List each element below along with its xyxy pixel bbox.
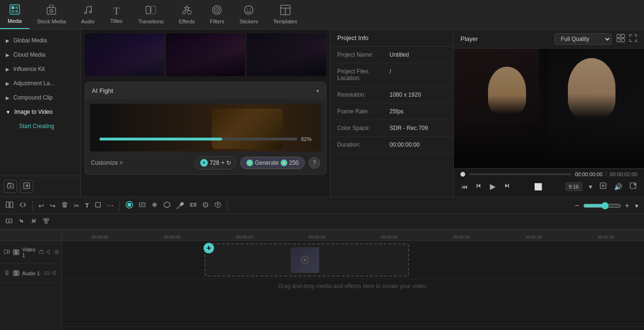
- color-button[interactable]: [200, 200, 211, 211]
- nav-item-templates[interactable]: Templates: [266, 0, 305, 29]
- pip-button[interactable]: [629, 181, 637, 191]
- nav-item-titles[interactable]: T Titles: [102, 0, 131, 29]
- sidebar-item-influence[interactable]: ▶ Influence Kit: [0, 62, 80, 76]
- sidebar-item-adjustment[interactable]: ▶ Adjustment La...: [0, 76, 80, 90]
- transitions-icon: [146, 5, 156, 17]
- media-thumb-2[interactable]: [166, 33, 245, 76]
- nav-item-stock[interactable]: Stock Media: [29, 0, 74, 29]
- mask-button[interactable]: [162, 200, 172, 211]
- sidebar-item-cloud[interactable]: ▶ Cloud Media: [0, 48, 80, 62]
- sidebar-item-global[interactable]: ▶ Global Media: [0, 33, 80, 48]
- nav-item-filters[interactable]: Filters: [202, 0, 232, 29]
- text-button[interactable]: T: [83, 200, 91, 211]
- svg-rect-9: [146, 6, 150, 14]
- ai-generate-credits-icon: ⚡: [281, 160, 287, 166]
- stickers-icon: [244, 5, 254, 17]
- add-track-button[interactable]: [4, 216, 14, 228]
- ai-help-button[interactable]: ?: [309, 157, 320, 169]
- ruler-mark-4: 00:00:20: [353, 235, 425, 240]
- fullscreen-button[interactable]: ⬜: [533, 182, 543, 191]
- sidebar-list: ▶ Global Media ▶ Cloud Media ▶ Influence…: [0, 30, 80, 176]
- info-row-framerate: Frame Rate: 25fps: [331, 103, 453, 120]
- undo-button[interactable]: ↩: [37, 200, 46, 211]
- nav-item-effects[interactable]: Effects: [171, 0, 202, 29]
- redo-button[interactable]: ↪: [48, 200, 58, 211]
- nav-item-audio[interactable]: Audio: [74, 0, 102, 29]
- delete-button[interactable]: [59, 200, 70, 211]
- info-label-name: Project Name:: [337, 51, 390, 58]
- grid-view-icon[interactable]: [616, 34, 625, 44]
- nav-item-stickers[interactable]: Stickers: [232, 0, 265, 29]
- media-thumb-1[interactable]: [85, 33, 164, 76]
- import-button[interactable]: [20, 180, 33, 193]
- clip-add-button[interactable]: +: [204, 243, 214, 253]
- add-to-track-button[interactable]: [39, 249, 44, 256]
- eye-button[interactable]: [54, 249, 59, 256]
- content-area: AI Fight ▾ 62% Customi: [81, 30, 330, 197]
- fullscreen-icon[interactable]: [629, 34, 637, 44]
- sidebar-item-compound[interactable]: ▶ Compound Clip: [0, 90, 80, 105]
- motion-button[interactable]: [137, 200, 147, 211]
- cut-button[interactable]: ✂: [72, 200, 81, 211]
- sidebar-item-image2video[interactable]: ▼ Image to Video: [0, 105, 80, 119]
- zoom-out-button[interactable]: −: [573, 200, 581, 212]
- audio-mute-button[interactable]: [52, 270, 58, 277]
- skip-back-button[interactable]: ⏮: [460, 182, 469, 191]
- ruler-mark-5: 00:00:25: [425, 235, 498, 240]
- add-folder-button[interactable]: [4, 180, 17, 193]
- svg-point-15: [216, 10, 218, 11]
- stock-icon: [46, 5, 57, 17]
- time-separator: /: [605, 171, 607, 177]
- voiceover-button[interactable]: 🎤: [174, 200, 186, 211]
- more-button[interactable]: ⋯: [105, 200, 116, 211]
- zoom-in-button[interactable]: +: [623, 200, 631, 212]
- svg-point-17: [247, 9, 248, 10]
- ruler-mark-2: 00:00:10: [208, 235, 281, 240]
- svg-rect-36: [139, 203, 145, 207]
- ai-panel-header[interactable]: AI Fight ▾: [85, 82, 326, 99]
- frame-forward-button[interactable]: [502, 181, 511, 191]
- control-group-right: 9:16 ▾ 🔊: [566, 181, 637, 191]
- timeline-main[interactable]: 00:00:00 00:00:05 00:00:10 00:00:15 00:0…: [62, 230, 644, 330]
- fps-display[interactable]: 9:16: [566, 182, 582, 191]
- progress-track[interactable]: [469, 173, 571, 175]
- volume-button[interactable]: 🔊: [613, 182, 623, 191]
- audio-split-button[interactable]: [188, 200, 198, 211]
- group-button[interactable]: [41, 216, 51, 228]
- audio-add-button[interactable]: [44, 270, 50, 277]
- player-quality-select[interactable]: Full Quality Half Quality Quarter Qualit…: [555, 33, 612, 45]
- scene-split-button[interactable]: [4, 199, 15, 212]
- zoom-more-button[interactable]: ▾: [633, 200, 640, 211]
- play-button[interactable]: ▶: [489, 181, 497, 192]
- info-row-name: Project Name: Untitled: [331, 47, 453, 63]
- stabilize-button[interactable]: [213, 200, 223, 211]
- unlink-button[interactable]: [29, 216, 39, 228]
- svg-rect-42: [47, 219, 49, 220]
- playhead-dot[interactable]: [460, 172, 465, 177]
- link-button[interactable]: [16, 216, 27, 228]
- frame-back-button[interactable]: [475, 181, 483, 191]
- svg-rect-24: [621, 34, 624, 38]
- zoom-slider[interactable]: [583, 202, 621, 210]
- record-button[interactable]: [124, 199, 135, 212]
- media-thumb-3[interactable]: [247, 33, 326, 76]
- video-drop-zone[interactable]: [205, 243, 409, 277]
- nav-item-media[interactable]: Media: [0, 0, 29, 29]
- right-panels: Project Info Project Name: Untitled Proj…: [330, 30, 644, 197]
- export-button[interactable]: [599, 181, 607, 191]
- crop-button[interactable]: [93, 200, 103, 211]
- nav-item-transitions[interactable]: Transitions: [131, 0, 171, 29]
- ai-generate-button[interactable]: ⚡ Generate ⚡ 250: [240, 157, 305, 169]
- ai-customize-link[interactable]: Customize >: [91, 160, 123, 166]
- svg-rect-44: [4, 250, 8, 254]
- ai-credits-button[interactable]: + 728 + ↻: [195, 156, 236, 170]
- left-sidebar: ▶ Global Media ▶ Cloud Media ▶ Influence…: [0, 30, 81, 197]
- nav-templates-label: Templates: [273, 19, 297, 24]
- mute-video-button[interactable]: [46, 249, 52, 256]
- audio-track: [62, 304, 644, 327]
- sidebar-start-creating[interactable]: Start Creating: [13, 119, 80, 133]
- fps-dropdown-button[interactable]: ▾: [588, 182, 593, 191]
- info-row-location: Project Files Location: /: [331, 63, 453, 87]
- detach-button[interactable]: [17, 199, 29, 212]
- freeze-button[interactable]: [149, 200, 160, 211]
